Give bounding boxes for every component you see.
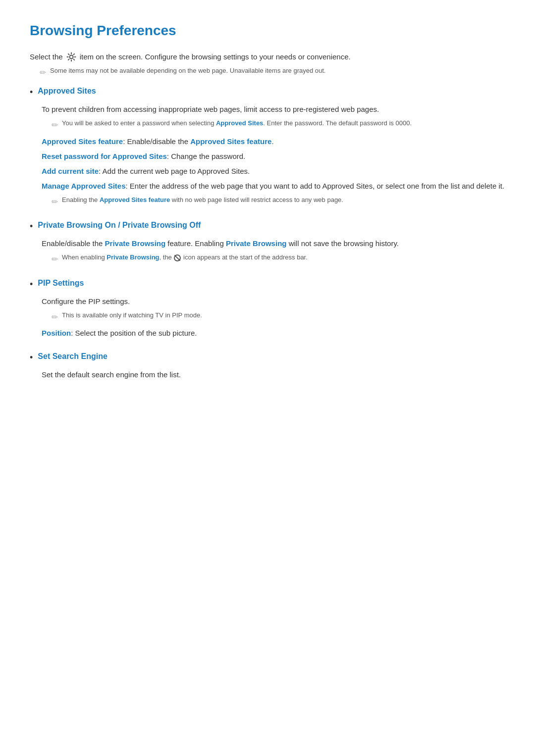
approved-sub-items: Approved Sites feature: Enable/disable t… (42, 136, 505, 192)
reset-password-link[interactable]: Reset password for Approved Sites (42, 152, 167, 160)
private-browsing-link3[interactable]: Private Browsing (107, 253, 159, 261)
sub-manage-approved: Manage Approved Sites: Enter the address… (42, 180, 505, 192)
private-note: ✏ When enabling Private Browsing, the ic… (52, 252, 505, 266)
approved-note: ✏ You will be asked to enter a password … (52, 118, 505, 132)
add-current-site-link[interactable]: Add current site (42, 167, 99, 175)
private-description: Enable/disable the Private Browsing feat… (42, 238, 505, 250)
note-pencil-icon-1: ✏ (52, 119, 58, 132)
private-browsing-link1[interactable]: Private Browsing (105, 239, 166, 248)
intro-text-before: Select the (30, 51, 63, 63)
approved-feature-link[interactable]: Approved Sites feature (42, 137, 123, 146)
title-slash: / (116, 221, 122, 229)
approved-feature-link2[interactable]: Approved Sites feature (190, 137, 271, 146)
approved-sites-link-note[interactable]: Approved Sites (216, 119, 263, 127)
section-title-private: Private Browsing On / Private Browsing O… (38, 219, 201, 232)
svg-point-0 (69, 55, 73, 58)
section-body-search: Set the default search engine from the l… (42, 369, 505, 381)
bullet-private: • (30, 219, 33, 234)
manage-approved-link[interactable]: Manage Approved Sites (42, 182, 125, 190)
section-title-pip[interactable]: PIP Settings (38, 277, 84, 290)
sub-reset-password: Reset password for Approved Sites: Chang… (42, 151, 505, 162)
section-title-approved[interactable]: Approved Sites (38, 85, 96, 98)
pip-sub-items: Position: Select the position of the sub… (42, 327, 505, 339)
section-body-approved: To prevent children from accessing inapp… (42, 103, 505, 208)
section-body-pip: Configure the PIP settings. ✏ This is av… (42, 296, 505, 340)
note-pencil-icon-3: ✏ (52, 253, 58, 266)
no-entry-icon (174, 254, 181, 261)
note-pencil-icon-4: ✏ (52, 311, 58, 324)
approved-feature-link3[interactable]: Approved Sites feature (100, 196, 170, 203)
intro-text-after: item on the screen. Configure the browsi… (80, 51, 351, 63)
bullet-pip: • (30, 277, 33, 292)
section-private-browsing: • Private Browsing On / Private Browsing… (30, 219, 505, 265)
pip-description: Configure the PIP settings. (42, 296, 505, 307)
pip-note: ✏ This is available only if watching TV … (52, 310, 505, 324)
section-title-search[interactable]: Set Search Engine (38, 350, 107, 363)
bullet-search: • (30, 351, 33, 365)
intro-line: Select the item on the screen. Configure… (30, 51, 505, 63)
note-pencil-icon-2: ✏ (52, 196, 58, 208)
section-body-private: Enable/disable the Private Browsing feat… (42, 238, 505, 266)
general-note: ✏ Some items may not be available depend… (40, 66, 505, 79)
approved-note2: ✏ Enabling the Approved Sites feature wi… (52, 195, 505, 208)
search-description: Set the default search engine from the l… (42, 369, 505, 381)
note-pencil-icon: ✏ (40, 66, 46, 79)
section-header-search: • Set Search Engine (30, 350, 505, 365)
sections-list: • Approved Sites To prevent children fro… (30, 85, 505, 381)
section-header-approved: • Approved Sites (30, 85, 505, 100)
section-pip-settings: • PIP Settings Configure the PIP setting… (30, 277, 505, 339)
gear-icon (66, 51, 77, 62)
private-browsing-link2[interactable]: Private Browsing (226, 239, 287, 248)
section-header-pip: • PIP Settings (30, 277, 505, 292)
sub-approved-feature: Approved Sites feature: Enable/disable t… (42, 136, 505, 148)
bullet-approved: • (30, 85, 33, 100)
approved-description: To prevent children from accessing inapp… (42, 103, 505, 115)
section-header-private: • Private Browsing On / Private Browsing… (30, 219, 505, 234)
section-approved-sites: • Approved Sites To prevent children fro… (30, 85, 505, 208)
private-browsing-off-link[interactable]: Private Browsing Off (122, 221, 201, 229)
page-title: Browsing Preferences (30, 20, 505, 42)
sub-position: Position: Select the position of the sub… (42, 327, 505, 339)
position-link[interactable]: Position (42, 329, 71, 337)
section-set-search-engine: • Set Search Engine Set the default sear… (30, 350, 505, 381)
private-browsing-on-link[interactable]: Private Browsing On (38, 221, 115, 229)
sub-add-current-site: Add current site: Add the current web pa… (42, 165, 505, 177)
